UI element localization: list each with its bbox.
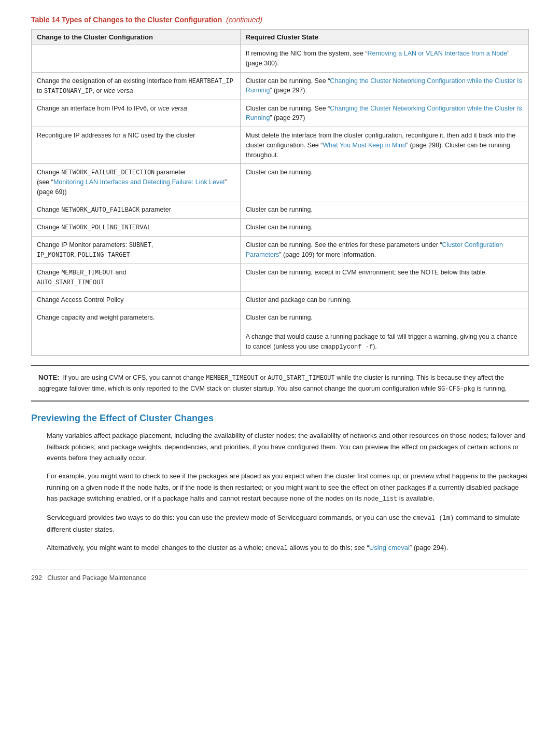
state-cell: Cluster and package can be running.	[240, 291, 528, 309]
state-cell: Cluster can be running, except in CVM en…	[240, 264, 528, 291]
change-cell: Change NETWORK_POLLING_INTERVAL	[32, 218, 241, 236]
state-cell: Cluster can be running.	[240, 164, 528, 201]
para-4: Alternatively, you might want to model c…	[47, 542, 529, 554]
what-you-must-link[interactable]: What You Must Keep in Mind	[323, 142, 406, 149]
changing-networking-link-2[interactable]: Changing the Cluster Networking Configur…	[246, 105, 522, 122]
state-cell: Cluster can be running. See “Changing th…	[240, 72, 528, 100]
table-row: Change NETWORK_AUTO_FAILBACK parameter C…	[32, 201, 529, 218]
state-cell: Must delete the interface from the clust…	[240, 127, 528, 164]
col1-header: Change to the Cluster Configuration	[32, 30, 241, 45]
footer-text: Cluster and Package Maintenance	[47, 574, 146, 582]
change-cell: Reconfigure IP addresses for a NIC used …	[32, 127, 241, 164]
table-row: Change Access Control Policy Cluster and…	[32, 291, 529, 309]
table-row: Change NETWORK_FAILURE_DETECTION paramet…	[32, 164, 529, 201]
change-cell: Change an interface from IPv4 to IPv6, o…	[32, 100, 241, 127]
state-cell: Cluster can be running. A change that wo…	[240, 309, 528, 355]
table-continued: (continued)	[226, 16, 262, 24]
removing-lan-link[interactable]: Removing a LAN or VLAN Interface from a …	[368, 50, 508, 57]
state-cell: Cluster can be running.	[240, 218, 528, 236]
table-row: Change MEMBER_TIMEOUT and AUTO_START_TIM…	[32, 264, 529, 291]
page-footer: 292 Cluster and Package Maintenance	[31, 570, 529, 582]
change-cell: Change NETWORK_FAILURE_DETECTION paramet…	[32, 164, 241, 201]
change-cell: Change NETWORK_AUTO_FAILBACK parameter	[32, 201, 241, 218]
section-heading: Previewing the Effect of Cluster Changes	[31, 413, 529, 424]
table-row: Change IP Monitor parameters: SUBNET, IP…	[32, 236, 529, 264]
table-row: Reconfigure IP addresses for a NIC used …	[32, 127, 529, 164]
cluster-table: Change to the Cluster Configuration Requ…	[31, 29, 529, 356]
table-row: Change an interface from IPv4 to IPv6, o…	[32, 100, 529, 127]
note-label: NOTE:	[38, 374, 59, 381]
state-cell: Cluster can be running.	[240, 201, 528, 218]
table-title: Table 14 Types of Changes to the Cluster…	[31, 16, 529, 24]
change-cell: Change MEMBER_TIMEOUT and AUTO_START_TIM…	[32, 264, 241, 291]
changing-networking-link-1[interactable]: Changing the Cluster Networking Configur…	[246, 77, 522, 94]
table-row: Change NETWORK_POLLING_INTERVAL Cluster …	[32, 218, 529, 236]
cluster-config-params-link[interactable]: Cluster Configuration Parameters	[246, 241, 503, 258]
para-2: For example, you might want to check to …	[47, 471, 529, 505]
change-cell: Change the designation of an existing in…	[32, 72, 241, 100]
para-1: Many variables affect package placement,…	[47, 430, 529, 463]
state-cell: Cluster can be running. See the entries …	[240, 236, 528, 264]
state-cell: If removing the NIC from the system, see…	[240, 45, 528, 73]
table-row: Change the designation of an existing in…	[32, 72, 529, 100]
monitoring-lan-link[interactable]: Monitoring LAN Interfaces and Detecting …	[53, 178, 225, 186]
para-3: Serviceguard provides two ways to do thi…	[47, 512, 529, 535]
table-title-text: Table 14 Types of Changes to the Cluster…	[31, 16, 222, 24]
footer-page: 292	[31, 574, 42, 582]
change-cell: Change IP Monitor parameters: SUBNET, IP…	[32, 236, 241, 264]
change-cell: Change Access Control Policy	[32, 291, 241, 309]
col2-header: Required Cluster State	[240, 30, 528, 45]
table-row: Change capacity and weight parameters. C…	[32, 309, 529, 355]
table-row: If removing the NIC from the system, see…	[32, 45, 529, 73]
state-cell: Cluster can be running. See “Changing th…	[240, 100, 528, 127]
change-cell	[32, 45, 241, 73]
change-cell: Change capacity and weight parameters.	[32, 309, 241, 355]
note-box: NOTE: If you are using CVM or CFS, you c…	[31, 365, 529, 402]
using-cmeval-link[interactable]: Using cmeval	[369, 544, 410, 551]
